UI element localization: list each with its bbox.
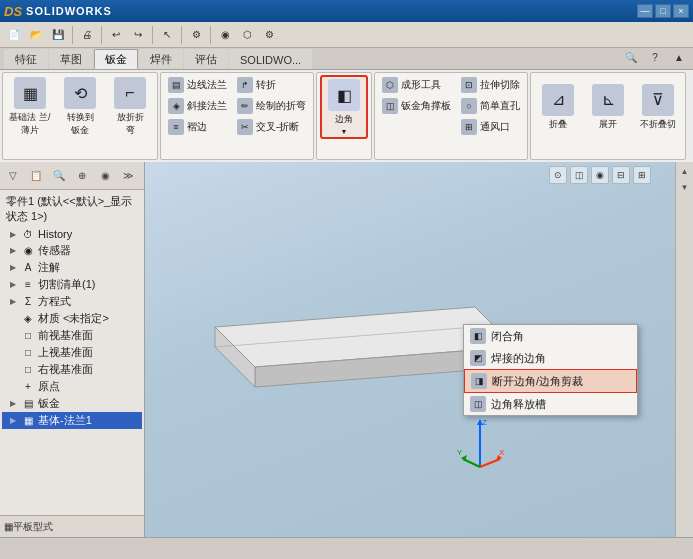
sep4 xyxy=(181,26,182,44)
tree-item-banjin[interactable]: ▶ ▤ 钣金 xyxy=(2,395,142,412)
main-content: ▽ 📋 🔍 ⊕ ◉ ≫ 零件1 (默认<<默认>_显示状态 1>) ▶ ⏱ Hi… xyxy=(0,162,693,537)
view-extra-icon[interactable]: ⊞ xyxy=(633,166,651,184)
btn-banjinju[interactable]: ◫ 钣金角撑板 xyxy=(378,96,455,116)
tree-icon2[interactable]: 🔍 xyxy=(48,165,70,187)
btn-zhuanzhe[interactable]: ↱ 转折 xyxy=(233,75,310,95)
extra-icon1[interactable]: ◉ xyxy=(215,25,235,45)
bottom-strip[interactable]: ▦ 平板型式 xyxy=(0,515,144,537)
tree-item-qianjizhuanmian[interactable]: ▶ □ 前视基准面 xyxy=(2,327,142,344)
tree-item-history[interactable]: ▶ ⏱ History xyxy=(2,226,142,242)
btn-tongfeng[interactable]: ⊞ 通风口 xyxy=(457,117,524,137)
edge-col2: ↱ 转折 ✏ 绘制的折弯 ✂ 交叉-折断 xyxy=(233,75,310,137)
undo-icon[interactable]: ↩ xyxy=(106,25,126,45)
btn-jiacha[interactable]: ✂ 交叉-折断 xyxy=(233,117,310,137)
help-icon[interactable]: ? xyxy=(645,47,665,67)
view-display-icon[interactable]: ◫ xyxy=(570,166,588,184)
view-section-icon[interactable]: ⊟ xyxy=(612,166,630,184)
extra-icon2[interactable]: ⬡ xyxy=(237,25,257,45)
btn-jiandankong[interactable]: ○ 简单直孔 xyxy=(457,96,524,116)
save-icon[interactable]: 💾 xyxy=(48,25,68,45)
group-fold-content: ⊿ 折叠 ⊾ 展开 ⊽ 不折叠切 xyxy=(534,75,682,157)
tree-item-yuandian[interactable]: ▶ + 原点 xyxy=(2,378,142,395)
options-icon[interactable]: ⚙ xyxy=(186,25,206,45)
sep5 xyxy=(210,26,211,44)
tree-item-youjizhuanmian[interactable]: ▶ □ 右视基准面 xyxy=(2,361,142,378)
btn-zhedie[interactable]: ⊿ 折叠 xyxy=(534,75,582,139)
btn-bianyuanfalan[interactable]: ▤ 边线法兰 xyxy=(164,75,231,95)
btn-zhuanhuan[interactable]: ⟲ 转换到钣金 xyxy=(56,75,104,139)
select-icon[interactable]: ↖ xyxy=(157,25,177,45)
tab-sheet-metal[interactable]: 钣金 xyxy=(94,49,138,69)
jiaosfangcao-icon: ◫ xyxy=(470,396,486,412)
btn-lashen[interactable]: ⊡ 拉伸切除 xyxy=(457,75,524,95)
btn-chengxing[interactable]: ⬡ 成形工具 xyxy=(378,75,455,95)
maximize-button[interactable]: □ xyxy=(655,4,671,18)
btn-fangzhe[interactable]: ⌐ 放折折弯 xyxy=(106,75,154,139)
huizhi-icon: ✏ xyxy=(237,98,253,114)
group-more-content: ⬡ 成形工具 ◫ 钣金角撑板 ⊡ 拉伸切除 ○ 简单直孔 ⊞ xyxy=(378,75,524,157)
flat-pattern-icon: ▦ xyxy=(4,521,13,532)
history-icon: ⏱ xyxy=(21,227,35,241)
tree-item-chuanganqi[interactable]: ▶ ◉ 传感器 xyxy=(2,242,142,259)
btn-buzhedie[interactable]: ⊽ 不折叠切 xyxy=(634,75,682,139)
right-panel: ▲ ▼ xyxy=(675,162,693,537)
zhuanhuan-icon: ⟲ xyxy=(64,77,96,109)
filter-icon[interactable]: ▽ xyxy=(2,165,24,187)
btn-jichufa[interactable]: ▦ 基础法 兰/薄片 xyxy=(6,75,54,139)
right-icon2[interactable]: ▼ xyxy=(678,180,692,194)
tree-item-shangjizhuanmian[interactable]: ▶ □ 上视基准面 xyxy=(2,344,142,361)
zhuanzhe-icon: ↱ xyxy=(237,77,253,93)
fangzhe-icon: ⌐ xyxy=(114,77,146,109)
arrow-icon: ▶ xyxy=(10,280,20,289)
close-button[interactable]: × xyxy=(673,4,689,18)
svg-text:Y: Y xyxy=(457,448,463,457)
new-icon[interactable]: 📄 xyxy=(4,25,24,45)
collapse-ribbon-icon[interactable]: ▲ xyxy=(669,47,689,67)
tab-evaluate[interactable]: 评估 xyxy=(184,49,228,69)
arrow-icon: ▶ xyxy=(10,263,20,272)
btn-huizhi[interactable]: ✏ 绘制的折弯 xyxy=(233,96,310,116)
tree-item-jichufalan[interactable]: ▶ ▦ 基体-法兰1 xyxy=(2,412,142,429)
dropdown-hanjiejiao[interactable]: ◩ 焊接的边角 xyxy=(464,347,637,369)
tab-sketch[interactable]: 草图 xyxy=(49,49,93,69)
tree-icon1[interactable]: 📋 xyxy=(25,165,47,187)
tree-root[interactable]: 零件1 (默认<<默认>_显示状态 1>) xyxy=(2,192,142,226)
btn-zhankai[interactable]: ⊾ 展开 xyxy=(584,75,632,139)
dropdown-jiaosfangcao[interactable]: ◫ 边角释放槽 xyxy=(464,393,637,415)
tree-item-zhujie[interactable]: ▶ A 注解 xyxy=(2,259,142,276)
axes-indicator: Z X Y xyxy=(455,417,505,477)
open-icon[interactable]: 📂 xyxy=(26,25,46,45)
redo-icon[interactable]: ↪ xyxy=(128,25,148,45)
btn-xiebian[interactable]: ≡ 褶边 xyxy=(164,117,231,137)
tree-collapse[interactable]: ≫ xyxy=(117,165,139,187)
dropdown-bihejiao[interactable]: ◧ 闭合角 xyxy=(464,325,637,347)
chengxing-icon: ⬡ xyxy=(382,77,398,93)
jiandankong-icon: ○ xyxy=(461,98,477,114)
tree-icon4[interactable]: ◉ xyxy=(94,165,116,187)
edge-col1: ▤ 边线法兰 ◈ 斜接法兰 ≡ 褶边 xyxy=(164,75,231,137)
dropdown-duankaijiao[interactable]: ◨ 断开边角/边角剪裁 xyxy=(464,369,637,393)
view-orient-icon[interactable]: ⊙ xyxy=(549,166,567,184)
minimize-button[interactable]: — xyxy=(637,4,653,18)
btn-xiejie[interactable]: ◈ 斜接法兰 xyxy=(164,96,231,116)
view-hide-icon[interactable]: ◉ xyxy=(591,166,609,184)
buzhedie-icon: ⊽ xyxy=(642,84,674,116)
xiejie-icon: ◈ xyxy=(168,98,184,114)
right-icon1[interactable]: ▲ xyxy=(678,164,692,178)
app-logo: DS SOLIDWORKS xyxy=(4,4,112,19)
btn-bianjiao[interactable]: ◧ 边角 ▼ xyxy=(320,75,368,139)
tree-item-fangcheng[interactable]: ▶ Σ 方程式 xyxy=(2,293,142,310)
window-controls[interactable]: — □ × xyxy=(637,4,689,18)
tab-solidworks[interactable]: SOLIDWO... xyxy=(229,49,312,69)
tab-weld[interactable]: 焊件 xyxy=(139,49,183,69)
tree-item-qiedanqing[interactable]: ▶ ≡ 切割清单(1) xyxy=(2,276,142,293)
search-ribbon-icon[interactable]: 🔍 xyxy=(621,47,641,67)
arrow-icon: ▶ xyxy=(10,314,20,323)
feature-tree: 零件1 (默认<<默认>_显示状态 1>) ▶ ⏱ History ▶ ◉ 传感… xyxy=(0,190,144,515)
tree-icon3[interactable]: ⊕ xyxy=(71,165,93,187)
tree-item-cailiao[interactable]: ▶ ◈ 材质 <未指定> xyxy=(2,310,142,327)
tab-features[interactable]: 特征 xyxy=(4,49,48,69)
print-icon[interactable]: 🖨 xyxy=(77,25,97,45)
arrow-icon: ▶ xyxy=(10,297,20,306)
extra-icon3[interactable]: ⚙ xyxy=(259,25,279,45)
